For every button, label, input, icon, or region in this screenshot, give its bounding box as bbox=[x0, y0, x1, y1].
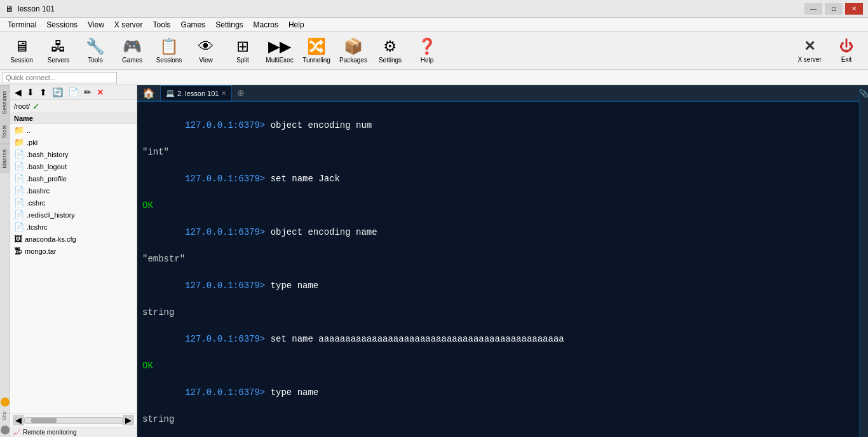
settings-icon: ⚙ bbox=[383, 38, 397, 55]
monitor-icon: 📈 bbox=[13, 429, 20, 436]
games-icon: 🎮 bbox=[123, 38, 142, 55]
file-refresh-button[interactable]: 🔄 bbox=[50, 87, 65, 98]
list-item[interactable]: 📁 .pki bbox=[10, 136, 137, 148]
menu-view[interactable]: View bbox=[83, 19, 109, 31]
menu-xserver[interactable]: X server bbox=[109, 19, 148, 31]
terminal-line: OK bbox=[142, 199, 854, 212]
add-tab-button[interactable]: ⊕ bbox=[232, 87, 250, 99]
tunneling-label: Tunneling bbox=[302, 57, 330, 64]
terminal-line: "int" bbox=[142, 146, 854, 159]
quick-connect-input[interactable] bbox=[3, 72, 117, 83]
menu-games[interactable]: Games bbox=[176, 19, 211, 31]
command: set name aaaaaaaaaaaaaaaaaaaaaaaaaaaaaaa… bbox=[271, 334, 564, 344]
tools-tab[interactable]: Tools bbox=[0, 120, 10, 144]
list-item[interactable]: 📄 .bash_logout bbox=[10, 160, 137, 172]
list-item[interactable]: 📄 .bashrc bbox=[10, 184, 137, 197]
terminal-line: 127.0.0.1:6379> object encoding num bbox=[142, 106, 854, 146]
file-list: 📁 .. 📁 .pki 📄 .bash_history 📄 .bash_logo… bbox=[10, 124, 137, 413]
tunneling-icon: 🔀 bbox=[307, 38, 326, 55]
menu-terminal[interactable]: Terminal bbox=[3, 19, 41, 31]
home-button[interactable]: 🏠 bbox=[137, 87, 160, 99]
toolbar-session-button[interactable]: 🖥 Session bbox=[4, 33, 39, 69]
terminal-area: 🏠 💻 2. lesson 101 ✕ ⊕ 127.0.0.1:6379> ob… bbox=[137, 85, 859, 437]
toolbar-view-button[interactable]: 👁 View bbox=[188, 33, 224, 69]
session-label: Session bbox=[10, 57, 33, 64]
maximize-button[interactable]: □ bbox=[825, 3, 843, 15]
main-area: Sessions Tools Macros Sftp ◀ ⬇ ⬆ 🔄 📄 ✏ ✕… bbox=[0, 85, 868, 437]
toolbar-games-button[interactable]: 🎮 Games bbox=[114, 33, 150, 69]
list-item[interactable]: 📄 .rediscli_history bbox=[10, 209, 137, 221]
list-item[interactable]: 📄 .cshrc bbox=[10, 197, 137, 209]
toolbar-help-button[interactable]: ❓ Help bbox=[409, 33, 445, 69]
view-label: View bbox=[199, 57, 213, 64]
menu-help[interactable]: Help bbox=[283, 19, 309, 31]
app-icon: 🖥 bbox=[5, 4, 14, 14]
multiexec-icon: ▶▶ bbox=[268, 38, 291, 55]
list-item[interactable]: 📄 .tcshrc bbox=[10, 221, 137, 233]
menu-settings[interactable]: Settings bbox=[210, 19, 248, 31]
scroll-left-button[interactable]: ◀ bbox=[13, 415, 24, 426]
terminal-tab[interactable]: 💻 2. lesson 101 ✕ bbox=[160, 85, 232, 101]
command: set name Jack bbox=[271, 174, 340, 184]
tab-icon: 💻 bbox=[166, 89, 175, 97]
file-scrollbar[interactable]: ◀ ▶ bbox=[10, 413, 137, 427]
menu-macros[interactable]: Macros bbox=[248, 19, 283, 31]
close-button[interactable]: ✕ bbox=[845, 3, 863, 15]
terminal-line: OK bbox=[142, 359, 854, 373]
toolbar-settings-button[interactable]: ⚙ Settings bbox=[372, 33, 408, 69]
terminal-content[interactable]: 127.0.0.1:6379> object encoding num "int… bbox=[137, 102, 859, 437]
prompt: 127.0.0.1:6379> bbox=[185, 387, 270, 398]
toolbar-tools-button[interactable]: 🔧 Tools bbox=[78, 33, 113, 69]
horizontal-scrollbar[interactable] bbox=[24, 417, 123, 424]
file-icon: 📄 bbox=[14, 149, 24, 159]
paperclip-icon[interactable]: 📎 bbox=[859, 89, 868, 98]
terminal-line: 127.0.0.1:6379> type name bbox=[142, 266, 854, 306]
packages-icon: 📦 bbox=[344, 38, 363, 55]
right-sidebar: 📎 bbox=[859, 85, 868, 437]
terminal-line: 127.0.0.1:6379> type name bbox=[142, 373, 854, 413]
back-button[interactable]: ◀ bbox=[13, 87, 24, 98]
file-upload-button[interactable]: ⬆ bbox=[37, 87, 49, 98]
toolbar-split-button[interactable]: ⊞ Split bbox=[225, 33, 261, 69]
list-item[interactable]: 🗜 mongo.tar bbox=[10, 245, 137, 257]
toolbar-servers-button[interactable]: 🖧 Servers bbox=[41, 33, 76, 69]
command: object encoding num bbox=[271, 120, 372, 130]
file-download-button[interactable]: ⬇ bbox=[25, 87, 36, 98]
menu-tools[interactable]: Tools bbox=[148, 19, 176, 31]
list-item[interactable]: 🖼 anaconda-ks.cfg bbox=[10, 233, 137, 245]
file-delete-button[interactable]: ✕ bbox=[95, 87, 106, 98]
sessions-icon: 📋 bbox=[159, 38, 179, 55]
file-list-header: Name bbox=[10, 113, 137, 124]
file-new-button[interactable]: 📄 bbox=[66, 87, 81, 98]
sftp-indicator bbox=[1, 398, 10, 406]
terminal-line: string bbox=[142, 413, 854, 426]
minimize-button[interactable]: — bbox=[804, 3, 822, 15]
command: object encoding name bbox=[271, 227, 377, 237]
toolbar-tunneling-button[interactable]: 🔀 Tunneling bbox=[299, 33, 334, 69]
toolbar-packages-button[interactable]: 📦 Packages bbox=[336, 33, 371, 69]
macros-tab[interactable]: Macros bbox=[0, 144, 10, 174]
cfg-file-icon: 🖼 bbox=[14, 234, 22, 244]
window-controls: — □ ✕ bbox=[804, 3, 863, 15]
toolbar-multiexec-button[interactable]: ▶▶ MultiExec bbox=[262, 33, 297, 69]
terminal-line: 127.0.0.1:6379> set name Jack bbox=[142, 159, 854, 199]
command: type name bbox=[271, 387, 319, 398]
tab-close-button[interactable]: ✕ bbox=[221, 90, 226, 97]
menu-sessions[interactable]: Sessions bbox=[41, 19, 83, 31]
list-item[interactable]: 📄 .bash_profile bbox=[10, 172, 137, 184]
terminal-tabs: 🏠 💻 2. lesson 101 ✕ ⊕ bbox=[137, 85, 859, 102]
toolbar-xserver-button[interactable]: ✕ X server bbox=[792, 38, 827, 63]
list-item[interactable]: 📄 .bash_history bbox=[10, 148, 137, 160]
toolbar-exit-button[interactable]: ⏻ Exit bbox=[829, 38, 864, 63]
remote-monitoring-label: Remote monitoring bbox=[23, 429, 76, 436]
toolbar-sessions-button[interactable]: 📋 Sessions bbox=[151, 33, 187, 69]
scroll-right-button[interactable]: ▶ bbox=[123, 415, 134, 426]
sessions-tab[interactable]: Sessions bbox=[0, 85, 10, 120]
terminal-line: 127.0.0.1:6379> object encoding name bbox=[142, 212, 854, 253]
help-label: Help bbox=[421, 57, 434, 64]
file-path: /root/ ✓ bbox=[10, 100, 137, 113]
file-toolbar: ◀ ⬇ ⬆ 🔄 📄 ✏ ✕ bbox=[10, 85, 137, 100]
file-edit-button[interactable]: ✏ bbox=[82, 87, 93, 98]
list-item[interactable]: 📁 .. bbox=[10, 124, 137, 136]
status-indicator bbox=[1, 426, 10, 434]
